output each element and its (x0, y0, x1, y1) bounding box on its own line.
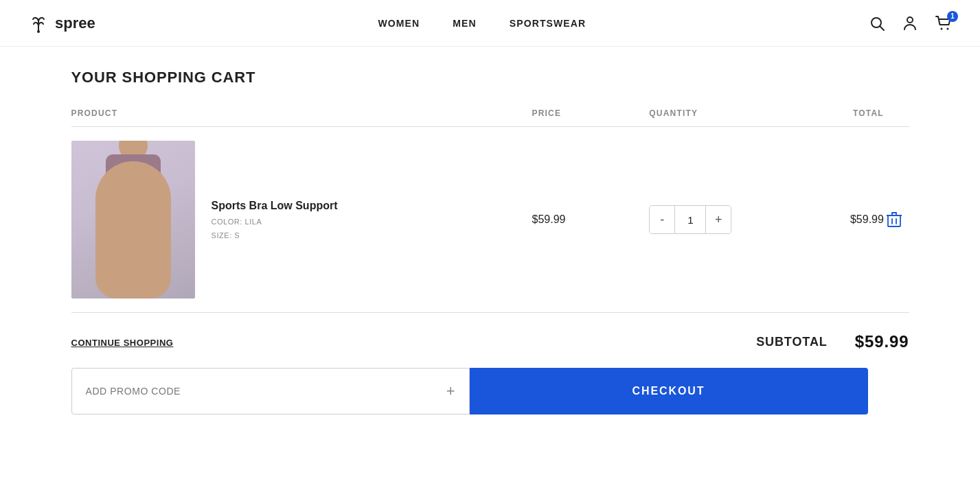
product-info: Sports Bra Low Support COLOR: LILA SIZE:… (212, 200, 338, 240)
remove-item-button[interactable] (884, 209, 904, 231)
svg-line-3 (880, 26, 884, 30)
svg-rect-7 (888, 215, 900, 226)
svg-point-4 (907, 17, 913, 23)
user-icon (902, 15, 918, 32)
nav-women[interactable]: WOMEN (378, 18, 420, 29)
nav-men[interactable]: MEN (453, 18, 476, 29)
svg-point-5 (940, 27, 942, 30)
page-title: YOUR SHOPPING CART (71, 69, 909, 86)
subtotal-amount: $59.99 (855, 332, 909, 351)
cart-button[interactable]: 1 (935, 15, 953, 32)
site-header: spree WOMEN MEN SPORTSWEAR 1 (0, 0, 980, 47)
account-button[interactable] (902, 15, 918, 32)
delete-cell (884, 127, 909, 313)
product-image (71, 141, 195, 299)
cart-badge: 1 (947, 11, 958, 22)
svg-point-6 (946, 27, 948, 30)
main-content: YOUR SHOPPING CART PRODUCT PRICE QUANTIT… (44, 47, 937, 442)
trash-icon (887, 211, 902, 228)
promo-add-icon[interactable]: + (446, 382, 455, 400)
logo-icon (27, 12, 49, 34)
price-cell: $59.99 (532, 127, 650, 313)
nav-sportswear[interactable]: SPORTSWEAR (510, 18, 586, 29)
subtotal-section: SUBTOTAL $59.99 (756, 332, 909, 351)
brand-name: spree (55, 14, 95, 32)
item-price: $59.99 (532, 213, 566, 225)
col-header-total: TOTAL (784, 108, 884, 127)
cart-table: PRODUCT PRICE QUANTITY TOTAL (71, 108, 909, 313)
svg-point-1 (37, 30, 40, 33)
subtotal-label: SUBTOTAL (756, 335, 828, 349)
quantity-cell: - 1 + (649, 127, 783, 313)
bottom-action-bar: + CHECKOUT (71, 368, 909, 414)
header-icons: 1 (869, 15, 953, 32)
col-header-price: PRICE (532, 108, 650, 127)
quantity-increase-button[interactable]: + (706, 206, 731, 233)
search-icon (869, 15, 885, 32)
quantity-value: 1 (674, 206, 706, 233)
item-total: $59.99 (850, 213, 884, 225)
product-name: Sports Bra Low Support (212, 200, 338, 212)
logo[interactable]: spree (27, 12, 95, 34)
product-color: COLOR: LILA (212, 218, 338, 226)
col-header-quantity: QUANTITY (649, 108, 783, 127)
quantity-decrease-button[interactable]: - (650, 206, 674, 233)
col-header-product: PRODUCT (71, 108, 532, 127)
search-button[interactable] (869, 15, 885, 32)
main-nav: WOMEN MEN SPORTSWEAR (378, 18, 586, 29)
product-size: SIZE: S (212, 231, 338, 240)
cart-footer: CONTINUE SHOPPING SUBTOTAL $59.99 (71, 332, 909, 351)
total-cell: $59.99 (784, 127, 884, 313)
promo-code-input[interactable] (86, 386, 446, 397)
product-cell: Sports Bra Low Support COLOR: LILA SIZE:… (71, 127, 532, 313)
table-row: Sports Bra Low Support COLOR: LILA SIZE:… (71, 127, 909, 313)
quantity-control: - 1 + (649, 205, 731, 234)
checkout-button[interactable]: CHECKOUT (470, 368, 868, 414)
promo-code-wrapper: + (71, 368, 470, 414)
continue-shopping-link[interactable]: CONTINUE SHOPPING (71, 338, 174, 348)
